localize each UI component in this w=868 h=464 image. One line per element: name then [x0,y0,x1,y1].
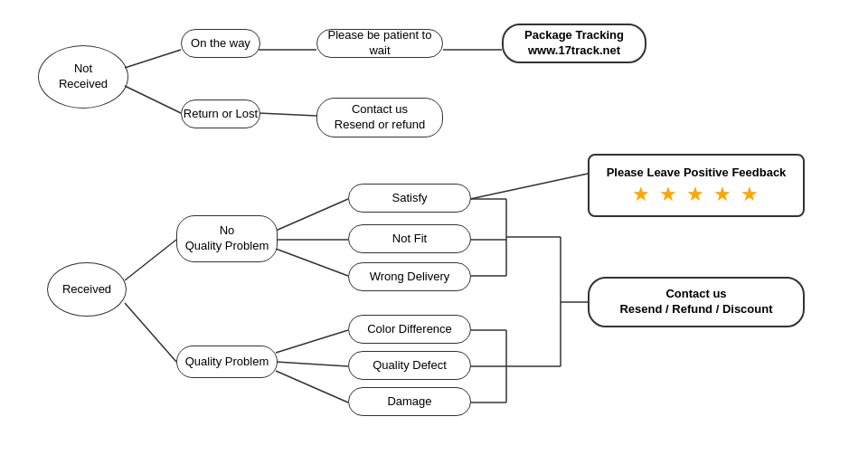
svg-line-5 [125,240,176,280]
feedback-stars: ★ ★ ★ ★ ★ [632,183,760,206]
svg-line-10 [276,330,348,353]
diagram: Not Received On the way Return or Lost P… [0,0,868,464]
svg-line-4 [259,113,316,116]
svg-line-6 [125,303,176,362]
received-node: Received [47,262,127,317]
no-quality-problem-node: No Quality Problem [176,215,278,262]
contact-resend-node: Contact us Resend or refund [316,98,443,137]
svg-line-0 [125,50,181,68]
satisfy-node: Satisfy [348,184,471,213]
not-fit-node: Not Fit [348,224,471,253]
damage-node: Damage [348,387,471,416]
svg-line-7 [276,199,348,231]
quality-problem-node: Quality Problem [176,346,278,378]
svg-line-1 [125,86,181,113]
feedback-title: Please Leave Positive Feedback [607,166,787,179]
package-tracking-node: Package Tracking www.17track.net [502,24,646,63]
svg-line-12 [276,371,348,402]
feedback-box: Please Leave Positive Feedback ★ ★ ★ ★ ★ [588,154,805,217]
svg-line-9 [276,249,348,276]
quality-defect-node: Quality Defect [348,351,471,380]
return-or-lost-node: Return or Lost [181,99,260,128]
contact-resend2-node: Contact us Resend / Refund / Discount [588,277,805,327]
svg-line-11 [276,362,348,366]
on-the-way-node: On the way [181,29,260,58]
wrong-delivery-node: Wrong Delivery [348,262,471,291]
color-difference-node: Color Difference [348,315,471,344]
not-received-node: Not Received [38,45,128,109]
patient-node: Please be patient to wait [316,29,443,58]
svg-line-27 [470,174,588,199]
